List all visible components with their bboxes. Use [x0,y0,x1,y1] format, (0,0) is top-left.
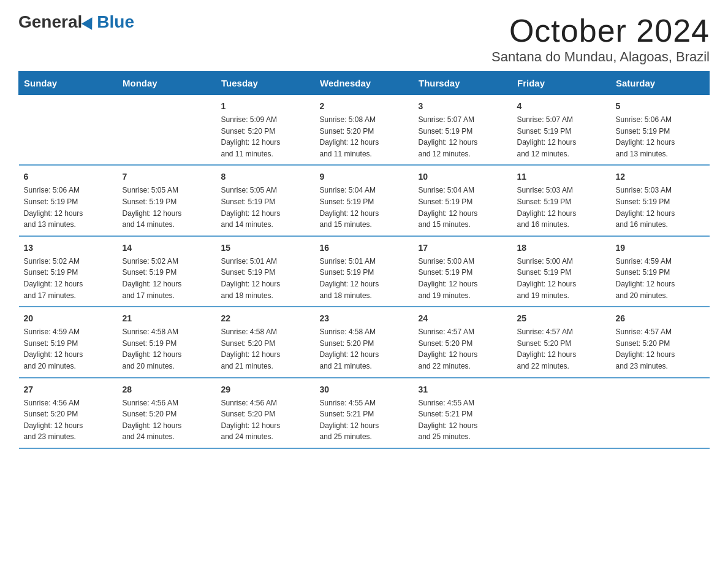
day-info: Sunrise: 4:58 AM Sunset: 5:20 PM Dayligh… [320,326,409,372]
logo-triangle-icon [82,14,97,30]
day-info: Sunrise: 4:56 AM Sunset: 5:20 PM Dayligh… [123,397,211,443]
calendar-cell: 31Sunrise: 4:55 AM Sunset: 5:21 PM Dayli… [414,378,512,448]
day-number: 14 [123,242,211,255]
day-number: 16 [320,242,409,255]
calendar-week-row: 27Sunrise: 4:56 AM Sunset: 5:20 PM Dayli… [19,378,710,448]
calendar-table: SundayMondayTuesdayWednesdayThursdayFrid… [18,71,710,449]
calendar-cell: 17Sunrise: 5:00 AM Sunset: 5:19 PM Dayli… [414,236,512,307]
day-info: Sunrise: 4:55 AM Sunset: 5:21 PM Dayligh… [419,397,507,443]
calendar-cell: 1Sunrise: 5:09 AM Sunset: 5:20 PM Daylig… [216,95,315,166]
location-title: Santana do Mundau, Alagoas, Brazil [491,49,710,65]
calendar-cell: 26Sunrise: 4:57 AM Sunset: 5:20 PM Dayli… [611,307,710,377]
day-info: Sunrise: 4:57 AM Sunset: 5:20 PM Dayligh… [517,326,606,372]
day-info: Sunrise: 5:05 AM Sunset: 5:19 PM Dayligh… [123,185,211,230]
day-info: Sunrise: 5:02 AM Sunset: 5:19 PM Dayligh… [123,256,211,301]
title-area: October 2024 Santana do Mundau, Alagoas,… [491,12,710,65]
day-number: 9 [320,170,409,183]
calendar-cell: 24Sunrise: 4:57 AM Sunset: 5:20 PM Dayli… [414,307,512,377]
day-info: Sunrise: 4:55 AM Sunset: 5:21 PM Dayligh… [320,397,409,443]
weekday-header-sunday: Sunday [19,72,118,95]
day-number: 2 [320,100,409,113]
day-number: 20 [24,312,113,325]
calendar-cell: 19Sunrise: 4:59 AM Sunset: 5:19 PM Dayli… [611,236,710,307]
day-info: Sunrise: 5:00 AM Sunset: 5:19 PM Dayligh… [419,256,507,301]
calendar-cell: 7Sunrise: 5:05 AM Sunset: 5:19 PM Daylig… [118,165,216,236]
day-info: Sunrise: 4:58 AM Sunset: 5:20 PM Dayligh… [221,326,310,372]
day-number: 28 [123,383,211,396]
calendar-week-row: 20Sunrise: 4:59 AM Sunset: 5:19 PM Dayli… [19,307,710,377]
logo-general-text: General [18,12,82,32]
calendar-cell: 21Sunrise: 4:58 AM Sunset: 5:19 PM Dayli… [118,307,216,377]
day-number: 26 [616,312,705,325]
calendar-cell: 2Sunrise: 5:08 AM Sunset: 5:20 PM Daylig… [315,95,414,166]
calendar-cell [512,378,611,448]
calendar-cell: 9Sunrise: 5:04 AM Sunset: 5:19 PM Daylig… [315,165,414,236]
day-number: 5 [616,100,705,113]
day-info: Sunrise: 5:01 AM Sunset: 5:19 PM Dayligh… [320,256,409,301]
calendar-cell: 30Sunrise: 4:55 AM Sunset: 5:21 PM Dayli… [315,378,414,448]
logo-blue-text: Blue [97,12,134,32]
day-number: 10 [419,170,507,183]
logo-area: General Blue [18,12,134,32]
calendar-week-row: 6Sunrise: 5:06 AM Sunset: 5:19 PM Daylig… [19,165,710,236]
day-info: Sunrise: 5:01 AM Sunset: 5:19 PM Dayligh… [221,256,310,301]
day-info: Sunrise: 5:05 AM Sunset: 5:19 PM Dayligh… [221,185,310,230]
calendar-cell: 8Sunrise: 5:05 AM Sunset: 5:19 PM Daylig… [216,165,315,236]
calendar-cell: 25Sunrise: 4:57 AM Sunset: 5:20 PM Dayli… [512,307,611,377]
day-info: Sunrise: 5:06 AM Sunset: 5:19 PM Dayligh… [24,185,113,230]
day-number: 11 [517,170,606,183]
calendar-cell: 28Sunrise: 4:56 AM Sunset: 5:20 PM Dayli… [118,378,216,448]
header: General Blue October 2024 Santana do Mun… [18,12,710,65]
calendar-cell [611,378,710,448]
calendar-cell: 12Sunrise: 5:03 AM Sunset: 5:19 PM Dayli… [611,165,710,236]
weekday-header-thursday: Thursday [414,72,512,95]
calendar-cell [19,95,118,166]
day-number: 23 [320,312,409,325]
day-number: 4 [517,100,606,113]
day-info: Sunrise: 4:57 AM Sunset: 5:20 PM Dayligh… [616,326,705,372]
logo: General Blue [18,12,134,32]
calendar-cell: 20Sunrise: 4:59 AM Sunset: 5:19 PM Dayli… [19,307,118,377]
calendar-cell [118,95,216,166]
calendar-cell: 16Sunrise: 5:01 AM Sunset: 5:19 PM Dayli… [315,236,414,307]
day-info: Sunrise: 5:07 AM Sunset: 5:19 PM Dayligh… [517,114,606,159]
calendar-cell: 13Sunrise: 5:02 AM Sunset: 5:19 PM Dayli… [19,236,118,307]
day-number: 29 [221,383,310,396]
calendar-cell: 11Sunrise: 5:03 AM Sunset: 5:19 PM Dayli… [512,165,611,236]
calendar-cell: 5Sunrise: 5:06 AM Sunset: 5:19 PM Daylig… [611,95,710,166]
day-info: Sunrise: 5:07 AM Sunset: 5:19 PM Dayligh… [419,114,507,159]
day-number: 24 [419,312,507,325]
day-number: 3 [419,100,507,113]
day-number: 22 [221,312,310,325]
calendar-cell: 18Sunrise: 5:00 AM Sunset: 5:19 PM Dayli… [512,236,611,307]
day-number: 27 [24,383,113,396]
weekday-header-monday: Monday [118,72,216,95]
day-number: 25 [517,312,606,325]
day-number: 7 [123,170,211,183]
day-info: Sunrise: 4:58 AM Sunset: 5:19 PM Dayligh… [123,326,211,372]
day-info: Sunrise: 4:57 AM Sunset: 5:20 PM Dayligh… [419,326,507,372]
day-number: 21 [123,312,211,325]
calendar-cell: 14Sunrise: 5:02 AM Sunset: 5:19 PM Dayli… [118,236,216,307]
weekday-header-row: SundayMondayTuesdayWednesdayThursdayFrid… [19,72,710,95]
calendar-week-row: 1Sunrise: 5:09 AM Sunset: 5:20 PM Daylig… [19,95,710,166]
day-info: Sunrise: 5:03 AM Sunset: 5:19 PM Dayligh… [517,185,606,230]
day-info: Sunrise: 5:09 AM Sunset: 5:20 PM Dayligh… [221,114,310,159]
day-info: Sunrise: 5:08 AM Sunset: 5:20 PM Dayligh… [320,114,409,159]
weekday-header-tuesday: Tuesday [216,72,315,95]
day-info: Sunrise: 4:59 AM Sunset: 5:19 PM Dayligh… [616,256,705,301]
day-info: Sunrise: 4:56 AM Sunset: 5:20 PM Dayligh… [221,397,310,443]
day-number: 18 [517,242,606,255]
calendar-cell: 22Sunrise: 4:58 AM Sunset: 5:20 PM Dayli… [216,307,315,377]
calendar-cell: 29Sunrise: 4:56 AM Sunset: 5:20 PM Dayli… [216,378,315,448]
day-info: Sunrise: 5:02 AM Sunset: 5:19 PM Dayligh… [24,256,113,301]
calendar-cell: 6Sunrise: 5:06 AM Sunset: 5:19 PM Daylig… [19,165,118,236]
weekday-header-wednesday: Wednesday [315,72,414,95]
day-info: Sunrise: 5:04 AM Sunset: 5:19 PM Dayligh… [419,185,507,230]
day-number: 1 [221,100,310,113]
day-number: 13 [24,242,113,255]
calendar-cell: 23Sunrise: 4:58 AM Sunset: 5:20 PM Dayli… [315,307,414,377]
day-info: Sunrise: 5:04 AM Sunset: 5:19 PM Dayligh… [320,185,409,230]
weekday-header-friday: Friday [512,72,611,95]
month-title: October 2024 [491,12,710,49]
